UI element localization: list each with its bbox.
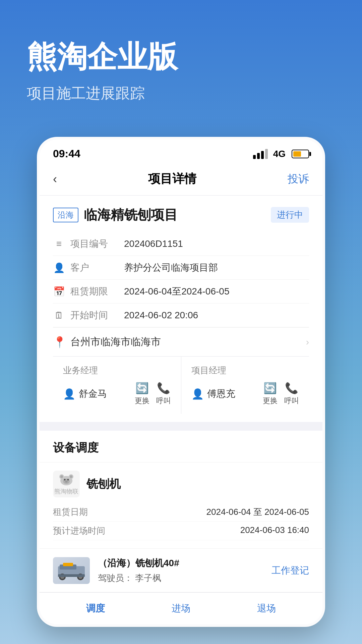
call-label: 呼叫 bbox=[156, 396, 171, 406]
refresh-icon-pm: 🔄 bbox=[263, 382, 277, 394]
equipment-name: 铣刨机 bbox=[86, 476, 121, 492]
refresh-icon: 🔄 bbox=[135, 382, 149, 394]
milling-machine-icon bbox=[56, 559, 86, 581]
status-badge: 进行中 bbox=[271, 207, 309, 223]
business-manager-change-button[interactable]: 🔄 更换 bbox=[135, 382, 149, 406]
equipment-header-row: 熊淘物联 铣刨机 bbox=[53, 471, 309, 497]
app-subtitle: 项目施工进展跟踪 bbox=[27, 84, 335, 103]
start-time-label: 开始时间 bbox=[70, 309, 124, 322]
project-title-row: 沿海 临海精铣刨项目 进行中 bbox=[53, 206, 309, 224]
driver-name: 李子枫 bbox=[135, 573, 161, 583]
location-row[interactable]: 📍 台州市临海市临海市 › bbox=[53, 327, 309, 356]
phone-icon: 📞 bbox=[157, 382, 170, 394]
entry-label: 进场 bbox=[172, 602, 190, 615]
bottom-action-bar: 调度 进场 退场 bbox=[40, 592, 322, 624]
business-manager-name: 舒金马 bbox=[79, 387, 107, 400]
change-label-pm: 更换 bbox=[263, 396, 278, 406]
location-icon: 📍 bbox=[53, 336, 66, 348]
svg-point-7 bbox=[67, 479, 69, 481]
machine-item: （沿海）铣刨机40# 驾驶员： 李子枫 工作登记 bbox=[40, 549, 322, 592]
business-manager-call-button[interactable]: 📞 呼叫 bbox=[156, 382, 171, 406]
entry-tab[interactable]: 进场 bbox=[172, 602, 190, 615]
battery-icon bbox=[292, 150, 309, 158]
customer-value: 养护分公司临海项目部 bbox=[124, 261, 309, 274]
rental-date-label: 租赁日期 bbox=[53, 506, 88, 518]
schedule-label: 调度 bbox=[86, 602, 105, 615]
svg-point-4 bbox=[70, 475, 72, 478]
manager-section: 业务经理 👤 舒金马 🔄 更换 📞 bbox=[53, 356, 309, 414]
brand-text: 熊淘物联 bbox=[54, 487, 78, 495]
complaint-button[interactable]: 投诉 bbox=[288, 172, 309, 186]
page-title: 项目详情 bbox=[148, 171, 196, 187]
exit-label: 退场 bbox=[257, 602, 276, 615]
clock-icon: 🗓 bbox=[53, 310, 65, 321]
project-no-value: 202406D1151 bbox=[124, 238, 309, 249]
signal-icon bbox=[253, 149, 268, 159]
business-manager-label: 业务经理 bbox=[63, 365, 171, 376]
machine-name: （沿海）铣刨机40# bbox=[98, 557, 263, 570]
rental-date-row: 租赁日期 2024-06-04 至 2024-06-05 bbox=[53, 503, 309, 522]
project-manager-row: 👤 傅恩充 🔄 更换 📞 呼叫 bbox=[191, 382, 299, 406]
start-time-value: 2024-06-02 20:06 bbox=[124, 310, 309, 321]
person-icon: 👤 bbox=[53, 262, 65, 273]
project-manager-actions: 🔄 更换 📞 呼叫 bbox=[263, 382, 299, 406]
calendar-icon: 📅 bbox=[53, 286, 65, 297]
machine-info: （沿海）铣刨机40# 驾驶员： 李子枫 bbox=[98, 557, 263, 584]
location-text: 台州市临海市临海市 bbox=[70, 335, 306, 349]
equipment-item: 熊淘物联 铣刨机 租赁日期 2024-06-04 至 2024-06-05 预计… bbox=[40, 463, 322, 549]
project-manager-label: 项目经理 bbox=[191, 365, 299, 376]
call-label-pm: 呼叫 bbox=[284, 396, 299, 406]
equipment-section-title: 设备调度 bbox=[40, 431, 322, 463]
nav-bar: ‹ 项目详情 投诉 bbox=[40, 164, 322, 196]
estimated-entry-row: 预计进场时间 2024-06-03 16:40 bbox=[53, 522, 309, 540]
status-icons: 4G bbox=[253, 149, 309, 159]
svg-point-6 bbox=[64, 479, 66, 481]
project-no-row: ≡ 项目编号 202406D1151 bbox=[53, 232, 309, 256]
project-title-left: 沿海 临海精铣刨项目 bbox=[53, 206, 178, 224]
phone-frame: 09:44 4G ‹ 项目详情 投诉 bbox=[37, 137, 325, 627]
machine-image bbox=[53, 557, 90, 584]
back-button[interactable]: ‹ bbox=[53, 172, 57, 186]
equipment-section: 设备调度 bbox=[40, 431, 322, 624]
project-no-label: 项目编号 bbox=[70, 237, 124, 250]
app-title: 熊淘企业版 bbox=[27, 40, 335, 73]
estimated-entry-label: 预计进场时间 bbox=[53, 525, 105, 537]
start-time-row: 🗓 开始时间 2024-06-02 20:06 bbox=[53, 304, 309, 327]
exit-tab[interactable]: 退场 bbox=[257, 602, 276, 615]
project-manager-change-button[interactable]: 🔄 更换 bbox=[263, 382, 278, 406]
list-icon: ≡ bbox=[53, 238, 65, 249]
work-log-button[interactable]: 工作登记 bbox=[272, 564, 309, 577]
project-tag: 沿海 bbox=[53, 208, 78, 222]
driver-label: 驾驶员： bbox=[98, 573, 133, 583]
status-bar: 09:44 4G bbox=[40, 140, 322, 164]
project-name: 临海精铣刨项目 bbox=[84, 206, 178, 224]
svg-rect-16 bbox=[58, 574, 85, 577]
estimated-entry-value: 2024-06-03 16:40 bbox=[240, 525, 309, 537]
battery-fill bbox=[293, 151, 301, 157]
rental-period-value: 2024-06-04至2024-06-05 bbox=[124, 285, 309, 298]
svg-point-3 bbox=[60, 475, 63, 478]
bear-icon bbox=[58, 473, 74, 486]
schedule-tab[interactable]: 调度 bbox=[86, 602, 105, 615]
project-manager-panel: 项目经理 👤 傅恩充 🔄 更换 📞 bbox=[181, 357, 309, 414]
customer-row: 👤 客户 养护分公司临海项目部 bbox=[53, 256, 309, 280]
business-manager-actions: 🔄 更换 📞 呼叫 bbox=[135, 382, 171, 406]
rental-date-value: 2024-06-04 至 2024-06-05 bbox=[206, 506, 309, 518]
network-label: 4G bbox=[273, 149, 286, 159]
section-divider bbox=[40, 425, 322, 431]
svg-rect-11 bbox=[63, 563, 73, 566]
phone-icon-pm: 📞 bbox=[285, 382, 298, 394]
project-manager-call-button[interactable]: 📞 呼叫 bbox=[284, 382, 299, 406]
business-manager-row: 👤 舒金马 🔄 更换 📞 呼叫 bbox=[63, 382, 171, 406]
equipment-brand-logo: 熊淘物联 bbox=[53, 471, 80, 497]
customer-label: 客户 bbox=[70, 261, 124, 274]
rental-period-label: 租赁期限 bbox=[70, 285, 124, 298]
svg-point-8 bbox=[65, 481, 68, 483]
status-time: 09:44 bbox=[53, 148, 80, 160]
manager-person-left: 👤 舒金马 bbox=[63, 387, 107, 400]
project-manager-avatar-icon: 👤 bbox=[191, 388, 204, 400]
hero-area: 熊淘企业版 项目施工进展跟踪 bbox=[0, 0, 362, 123]
business-manager-panel: 业务经理 👤 舒金马 🔄 更换 📞 bbox=[53, 357, 181, 414]
chevron-right-icon: › bbox=[306, 337, 309, 347]
project-manager-left: 👤 傅恩充 bbox=[191, 387, 235, 400]
